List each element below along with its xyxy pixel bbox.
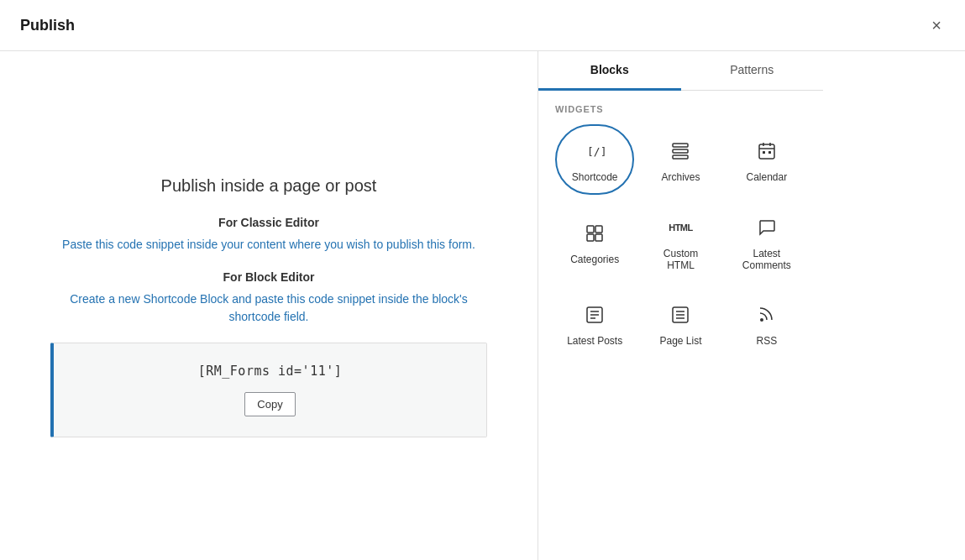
widget-archives[interactable]: Archives xyxy=(641,124,720,195)
svg-rect-3 xyxy=(673,155,688,159)
widget-shortcode[interactable]: [/] Shortcode xyxy=(555,124,634,195)
html-icon: HTML xyxy=(665,212,695,243)
rss-label: RSS xyxy=(756,335,777,347)
widget-latest-comments[interactable]: Latest Comments xyxy=(727,201,806,282)
latest-comments-label: Latest Comments xyxy=(735,248,799,271)
svg-point-22 xyxy=(760,318,763,322)
widgets-section: WIDGETS [/] Shortcode xyxy=(538,91,823,560)
dialog-title: Publish xyxy=(20,17,75,34)
classic-editor-label: For Classic Editor xyxy=(218,216,319,229)
left-panel: Publish inside a page or post For Classi… xyxy=(0,51,538,560)
main-content: Publish inside a page or post For Classi… xyxy=(0,51,965,560)
right-panel: Blocks Patterns WIDGETS [/] Shortcode xyxy=(538,51,823,560)
block-editor-label: For Block Editor xyxy=(223,270,315,284)
widgets-label: WIDGETS xyxy=(555,104,806,114)
categories-icon xyxy=(580,218,610,249)
calendar-icon xyxy=(752,136,782,166)
dialog-header: Publish × xyxy=(0,0,965,51)
svg-rect-13 xyxy=(595,234,602,241)
svg-rect-4 xyxy=(759,144,774,159)
tab-patterns[interactable]: Patterns xyxy=(681,51,824,91)
page-list-icon xyxy=(665,300,695,330)
widget-page-list[interactable]: Page List xyxy=(641,289,720,358)
custom-html-label: Custom HTML xyxy=(648,248,712,271)
section-title: Publish inside a page or post xyxy=(161,176,377,196)
svg-rect-9 xyxy=(768,151,771,154)
calendar-label: Calendar xyxy=(746,171,787,183)
widget-categories[interactable]: Categories xyxy=(555,201,634,282)
archives-icon xyxy=(665,136,695,166)
classic-editor-desc: Paste this code snippet inside your cont… xyxy=(62,236,475,254)
svg-rect-2 xyxy=(673,149,688,153)
categories-label: Categories xyxy=(570,254,619,265)
comments-icon xyxy=(752,212,782,243)
widget-rss[interactable]: RSS xyxy=(727,289,806,358)
svg-rect-1 xyxy=(673,144,688,147)
latest-posts-label: Latest Posts xyxy=(567,335,622,347)
latest-posts-icon xyxy=(580,300,610,330)
svg-text:[/]: [/] xyxy=(587,145,605,158)
copy-button[interactable]: Copy xyxy=(244,392,295,416)
widget-grid: [/] Shortcode Archives xyxy=(555,124,806,358)
svg-rect-12 xyxy=(587,234,594,241)
tabs-bar: Blocks Patterns xyxy=(538,51,823,91)
svg-rect-8 xyxy=(763,151,765,154)
widget-calendar[interactable]: Calendar xyxy=(727,124,806,195)
tab-blocks[interactable]: Blocks xyxy=(538,51,681,91)
close-button[interactable]: × xyxy=(928,13,945,37)
code-box: [RM_Forms id='11'] Copy xyxy=(50,343,487,437)
widget-latest-posts[interactable]: Latest Posts xyxy=(555,289,634,358)
shortcode-icon: [/] xyxy=(580,136,610,166)
rss-icon xyxy=(752,300,782,330)
archives-label: Archives xyxy=(661,171,700,183)
shortcode-label: Shortcode xyxy=(572,171,618,183)
widget-custom-html[interactable]: HTML Custom HTML xyxy=(641,201,720,282)
svg-rect-10 xyxy=(587,226,594,233)
code-snippet: [RM_Forms id='11'] xyxy=(198,364,343,379)
block-editor-desc: Create a new Shortcode Block and paste t… xyxy=(50,290,487,326)
svg-rect-11 xyxy=(595,226,602,233)
page-list-label: Page List xyxy=(659,335,701,347)
